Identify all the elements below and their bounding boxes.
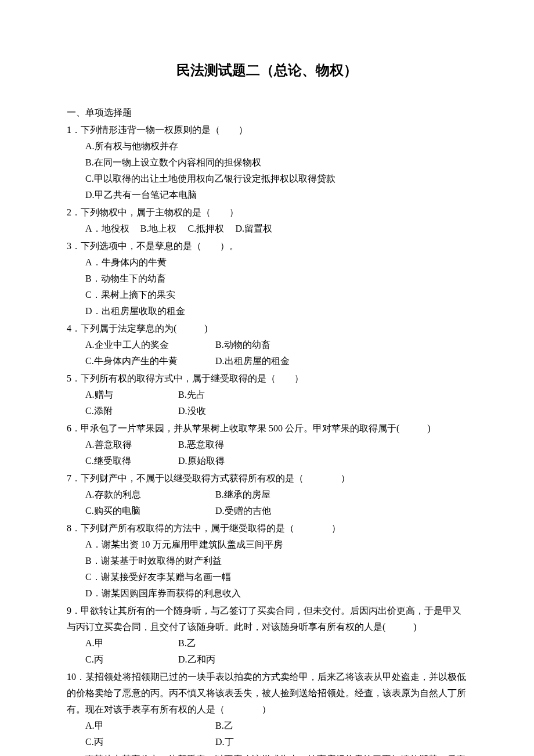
option: C．谢某接受好友李某赠与名画一幅 <box>85 569 467 585</box>
question-options: A．地役权B.地上权C.抵押权D.留置权 <box>67 221 467 237</box>
question-stem: 4．下列属于法定孳息的为( ) <box>67 321 467 337</box>
option: C.购买的电脑 <box>85 503 215 519</box>
option: D.乙和丙 <box>178 651 215 668</box>
question-options: A.甲B.乙C.丙D.乙和丙 <box>67 635 467 668</box>
question: 5．下列所有权的取得方式中，属于继受取得的是（ ）A.赠与B.先占C.添附D.没… <box>67 370 467 419</box>
question: 10．某招领处将招领期已过的一块手表以拍卖的方式卖给甲，后来乙将该表从甲处盗走，… <box>67 669 467 750</box>
option: D．谢某因购国库券而获得的利息收入 <box>85 585 467 602</box>
question: 7．下列财产中，不属于以继受取得方式获得所有权的是（ ）A.存款的利息B.继承的… <box>67 470 467 519</box>
option: C.丙 <box>85 734 215 750</box>
option: C.甲以取得的出让土地使用权向乙银行设定抵押权以取得贷款 <box>85 171 467 187</box>
option: C．果树上摘下的果实 <box>85 287 467 303</box>
question: 1．下列情形违背一物一权原则的是（ ）A.所有权与他物权并存B.在同一物上设立数… <box>67 122 467 203</box>
option: D.丁 <box>215 734 234 750</box>
option: B.乙 <box>178 635 196 651</box>
question: 8．下列财产所有权取得的方法中，属于继受取得的是（ ）A．谢某出资 10 万元雇… <box>67 520 467 602</box>
question-stem: 8．下列财产所有权取得的方法中，属于继受取得的是（ ） <box>67 520 467 537</box>
option: B.在同一物上设立数个内容相同的担保物权 <box>85 154 467 171</box>
option: C.丙 <box>85 651 178 668</box>
option: B.继承的房屋 <box>215 487 270 503</box>
question-stem: 11．李某从申某家偷出一块新手表，以不喜欢该样式为由，按商店标价卖给了不知情的郑… <box>67 751 467 756</box>
option: C.牛身体内产生的牛黄 <box>85 353 215 369</box>
option: B.先占 <box>178 387 205 403</box>
option: D.原始取得 <box>178 453 225 469</box>
option: B．动物生下的幼畜 <box>85 271 467 287</box>
question-stem: 3．下列选项中，不是孳息的是（ ）。 <box>67 238 467 254</box>
question-options: A.所有权与他物权并存B.在同一物上设立数个内容相同的担保物权C.甲以取得的出让… <box>67 138 467 203</box>
option: B.乙 <box>215 718 233 734</box>
option: B.动物的幼畜 <box>215 337 270 353</box>
option: A.甲 <box>85 718 215 734</box>
question: 2．下列物权中，属于主物权的是（ ）A．地役权B.地上权C.抵押权D.留置权 <box>67 204 467 237</box>
option: C.抵押权 <box>188 221 225 237</box>
option: A.善意取得 <box>85 437 178 453</box>
question-stem: 1．下列情形违背一物一权原则的是（ ） <box>67 122 467 138</box>
option: A.所有权与他物权并存 <box>85 138 467 154</box>
question: 3．下列选项中，不是孳息的是（ ）。A．牛身体内的牛黄B．动物生下的幼畜C．果树… <box>67 238 467 319</box>
option: A.存款的利息 <box>85 487 215 503</box>
question: 4．下列属于法定孳息的为( )A.企业中工人的奖金B.动物的幼畜C.牛身体内产生… <box>67 321 467 369</box>
question-list: 1．下列情形违背一物一权原则的是（ ）A.所有权与他物权并存B.在同一物上设立数… <box>67 122 467 756</box>
option: A.赠与 <box>85 387 178 403</box>
question-options: A.甲B.乙C.丙D.丁 <box>67 718 467 750</box>
option: C.继受取得 <box>85 453 178 469</box>
question-stem: 10．某招领处将招领期已过的一块手表以拍卖的方式卖给甲，后来乙将该表从甲处盗走，… <box>67 669 467 718</box>
section-heading: 一、单项选择题 <box>67 105 467 121</box>
question-options: A.善意取得B.恶意取得C.继受取得D.原始取得 <box>67 437 467 469</box>
question-stem: 7．下列财产中，不属于以继受取得方式获得所有权的是（ ） <box>67 470 467 487</box>
question: 9．甲欲转让其所有的一个随身听，与乙签订了买卖合同，但未交付。后因丙出价更高，于… <box>67 603 467 668</box>
option: D.留置权 <box>235 221 272 237</box>
question: 11．李某从申某家偷出一块新手表，以不喜欢该样式为由，按商店标价卖给了不知情的郑… <box>67 751 467 756</box>
question-options: A.赠与B.先占C.添附D.没收 <box>67 387 467 419</box>
question-options: A.企业中工人的奖金B.动物的幼畜C.牛身体内产生的牛黄D.出租房屋的租金 <box>67 337 467 369</box>
option: D.甲乙共有一台笔记本电脑 <box>85 187 467 203</box>
option: A.甲 <box>85 635 178 651</box>
question-options: A．谢某出资 10 万元雇用甲建筑队盖成三间平房B．谢某基于时效取得的财产利益C… <box>67 537 467 602</box>
option: A.企业中工人的奖金 <box>85 337 215 353</box>
option: D.没收 <box>178 403 206 419</box>
question: 6．甲承包了一片苹果园，并从苹果树上收取苹果 500 公斤。甲对苹果的取得属于(… <box>67 420 467 469</box>
option: B．谢某基于时效取得的财产利益 <box>85 553 467 569</box>
option: B.恶意取得 <box>178 437 224 453</box>
option: D.出租房屋的租金 <box>215 353 290 369</box>
question-stem: 2．下列物权中，属于主物权的是（ ） <box>67 204 467 221</box>
question-stem: 6．甲承包了一片苹果园，并从苹果树上收取苹果 500 公斤。甲对苹果的取得属于(… <box>67 420 467 437</box>
question-options: A.存款的利息B.继承的房屋C.购买的电脑D.受赠的吉他 <box>67 487 467 519</box>
option: A．地役权 <box>85 221 129 237</box>
document-title: 民法测试题二（总论、物权） <box>67 58 467 82</box>
question-options: A．牛身体内的牛黄B．动物生下的幼畜C．果树上摘下的果实D．出租房屋收取的租金 <box>67 254 467 319</box>
question-stem: 9．甲欲转让其所有的一个随身听，与乙签订了买卖合同，但未交付。后因丙出价更高，于… <box>67 603 467 635</box>
option: A．牛身体内的牛黄 <box>85 254 467 271</box>
option: B.地上权 <box>140 221 177 237</box>
option: D．出租房屋收取的租金 <box>85 303 467 319</box>
option: A．谢某出资 10 万元雇用甲建筑队盖成三间平房 <box>85 537 467 553</box>
question-stem: 5．下列所有权的取得方式中，属于继受取得的是（ ） <box>67 370 467 387</box>
option: C.添附 <box>85 403 178 419</box>
option: D.受赠的吉他 <box>215 503 271 519</box>
